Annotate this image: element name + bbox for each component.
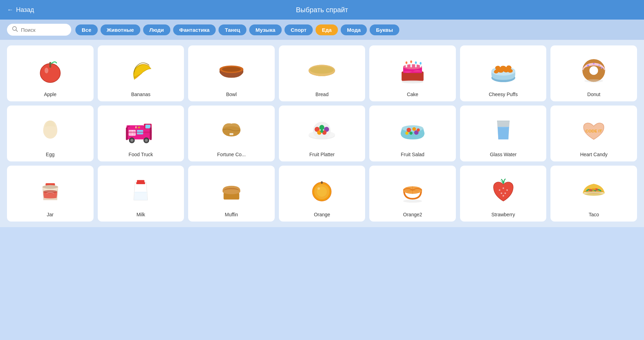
sprite-label-food-truck: Food Truck (128, 152, 153, 157)
category-btn-all[interactable]: Все (75, 24, 98, 35)
sprite-image-fortune-cookie (192, 110, 271, 150)
svg-rect-74 (497, 121, 510, 122)
svg-point-36 (590, 66, 598, 75)
svg-point-39 (599, 65, 600, 66)
sprite-card-fortune-cookie[interactable]: Fortune Co... (188, 106, 275, 161)
sprite-image-heart-candy: CODE IT (554, 110, 634, 150)
sprite-card-heart-candy[interactable]: CODE IT Heart Candy (550, 106, 637, 161)
svg-rect-88 (321, 181, 323, 184)
sprite-image-taco (554, 171, 634, 210)
sprite-image-bread (282, 50, 362, 89)
category-btn-letters[interactable]: Буквы (370, 24, 399, 35)
svg-point-91 (499, 189, 501, 191)
svg-point-53 (145, 139, 148, 142)
sprite-label-egg: Egg (46, 152, 54, 157)
sprite-card-strawberry[interactable]: Strawberry (460, 166, 547, 222)
sprite-card-bowl[interactable]: Bowl (188, 45, 275, 101)
sprite-card-orange[interactable]: Orange (279, 166, 365, 222)
category-btn-people[interactable]: Люди (143, 24, 170, 35)
sprite-card-food-truck[interactable]: 🍦🧇 Food Truck (98, 106, 184, 161)
svg-point-23 (402, 80, 424, 84)
category-btn-dance[interactable]: Танец (219, 24, 246, 35)
sprite-label-cheesy-puffs: Cheesy Puffs (489, 92, 518, 97)
back-label: Назад (16, 6, 34, 14)
sprite-card-cheesy-puffs[interactable]: Cheesy Puffs (460, 45, 547, 101)
sprite-image-glass-water (464, 110, 543, 150)
sprite-image-cake (373, 50, 452, 89)
sprite-image-bowl (192, 50, 271, 89)
sprite-card-fruit-salad[interactable]: Fruit Salad (369, 106, 456, 161)
svg-point-66 (320, 130, 324, 133)
sprite-image-muffin (192, 171, 271, 210)
sprite-card-bread[interactable]: Bread (279, 45, 365, 101)
sprite-card-fruit-platter[interactable]: Fruit Platter (279, 106, 365, 161)
svg-point-40 (601, 67, 602, 69)
search-icon (12, 26, 18, 34)
grid-area: Apple Bananas Bowl Bread Cake (0, 40, 644, 227)
sprite-label-fruit-salad: Fruit Salad (401, 152, 424, 157)
svg-rect-54 (126, 128, 128, 140)
svg-point-95 (504, 193, 506, 194)
svg-point-96 (502, 195, 504, 197)
svg-point-68 (407, 128, 411, 132)
svg-point-72 (405, 132, 408, 135)
sprite-grid: Apple Bananas Bowl Bread Cake (7, 45, 637, 222)
svg-rect-80 (136, 182, 145, 184)
search-input[interactable] (21, 27, 66, 33)
svg-rect-100 (592, 188, 596, 190)
svg-point-92 (502, 187, 504, 189)
sprite-card-muffin[interactable]: Muffin (188, 166, 275, 222)
sprite-image-orange (282, 171, 362, 210)
svg-point-19 (406, 62, 407, 64)
category-btn-sport[interactable]: Спорт (284, 24, 313, 35)
sprite-card-taco[interactable]: Taco (550, 166, 637, 222)
svg-point-73 (417, 129, 420, 132)
svg-point-20 (410, 60, 412, 63)
sprite-label-orange: Orange (314, 212, 330, 217)
svg-point-69 (412, 127, 416, 131)
sprite-label-bread: Bread (316, 92, 328, 97)
category-btn-fashion[interactable]: Мода (341, 24, 367, 35)
back-button[interactable]: ← Назад (7, 6, 34, 14)
svg-point-94 (501, 193, 502, 194)
sprite-card-jar[interactable]: Jar (7, 166, 94, 222)
toolbar: ВсеЖивотныеЛюдиФантастикаТанецМузыкаСпор… (0, 20, 644, 40)
svg-point-83 (223, 189, 240, 194)
svg-point-41 (584, 79, 603, 82)
sprite-image-strawberry (464, 171, 543, 210)
sprite-image-jar (10, 171, 90, 210)
svg-point-8 (222, 67, 241, 72)
sprite-label-cake: Cake (407, 92, 419, 97)
sprite-card-donut[interactable]: Donut (550, 45, 637, 101)
sprite-label-jar: Jar (47, 212, 53, 217)
sprite-label-donut: Donut (587, 92, 600, 97)
sprite-label-fortune-cookie: Fortune Co... (217, 152, 246, 157)
svg-text:🍦🧇: 🍦🧇 (134, 126, 141, 129)
sprite-card-apple[interactable]: Apple (7, 45, 94, 101)
svg-point-78 (43, 190, 57, 193)
sprite-label-fruit-platter: Fruit Platter (309, 152, 334, 157)
sprite-card-orange2[interactable]: Orange2 (369, 166, 456, 222)
categories-bar: ВсеЖивотныеЛюдиФантастикаТанецМузыкаСпор… (75, 24, 399, 35)
category-btn-animals[interactable]: Животные (101, 24, 140, 35)
svg-point-70 (409, 132, 413, 135)
sprite-card-glass-water[interactable]: Glass Water (460, 106, 547, 161)
search-box (7, 24, 71, 36)
category-btn-food[interactable]: Еда (316, 24, 338, 35)
svg-rect-4 (49, 62, 51, 68)
sprite-card-egg[interactable]: Egg (7, 106, 94, 161)
sprite-card-cake[interactable]: Cake (369, 45, 456, 101)
sprite-image-orange2 (373, 171, 452, 210)
svg-point-32 (508, 69, 512, 73)
svg-point-62 (319, 125, 324, 130)
back-arrow-icon: ← (7, 6, 13, 14)
header: ← Назад Выбрать спрайт (0, 0, 644, 20)
svg-rect-49 (146, 125, 150, 129)
svg-point-37 (587, 65, 589, 66)
category-btn-fantasy[interactable]: Фантастика (173, 24, 216, 35)
category-btn-music[interactable]: Музыка (249, 24, 282, 35)
sprite-card-bananas[interactable]: Bananas (98, 45, 184, 101)
sprite-image-fruit-platter (282, 110, 362, 150)
sprite-card-milk[interactable]: Milk (98, 166, 184, 222)
sprite-image-donut (554, 50, 634, 89)
